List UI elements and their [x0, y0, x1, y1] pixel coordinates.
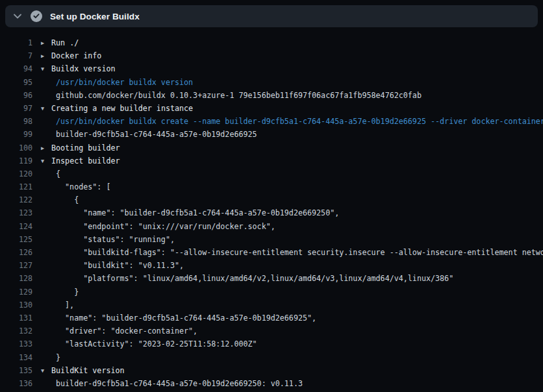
log-text: "buildkit": "v0.11.3",: [51, 261, 184, 270]
line-number[interactable]: 128: [0, 272, 32, 285]
line-number[interactable]: 7: [0, 49, 32, 62]
log-group-line[interactable]: 100 ▶Booting builder: [0, 141, 543, 154]
line-number[interactable]: 134: [0, 351, 32, 364]
log-text: Run ./: [51, 38, 79, 47]
line-number[interactable]: 98: [0, 115, 32, 128]
log-group-line[interactable]: 135 ▼BuildKit version: [0, 364, 543, 377]
line-number[interactable]: 122: [0, 193, 32, 206]
triangle-down-icon: ▼: [41, 364, 51, 377]
log-line-body: }: [32, 351, 60, 364]
triangle-right-icon: ▶: [41, 36, 51, 49]
line-number[interactable]: 135: [0, 364, 32, 377]
log-line-body: ▼Creating a new builder instance: [32, 102, 193, 115]
log-text: "status": "running",: [51, 235, 175, 244]
log-line-body: "nodes": [: [32, 180, 110, 193]
log-text: Docker info: [51, 51, 101, 60]
log-line: 134 }: [0, 351, 543, 364]
log-line: 128 "platforms": "linux/amd64,linux/amd6…: [0, 272, 543, 285]
line-number[interactable]: 130: [0, 299, 32, 312]
log-line-body: "status": "running",: [32, 233, 175, 246]
log-line-body: "driver": "docker-container",: [32, 325, 197, 337]
log-text: {: [51, 169, 60, 178]
log-text: builder-d9cfb5a1-c764-445a-a57e-0b19d2e6…: [51, 130, 257, 139]
line-number[interactable]: 131: [0, 312, 32, 325]
line-number[interactable]: 94: [0, 62, 32, 75]
triangle-right-icon: ▶: [41, 141, 51, 154]
log-line: 95 /usr/bin/docker buildx version: [0, 76, 543, 89]
line-number[interactable]: 97: [0, 102, 32, 115]
log-line: 99 builder-d9cfb5a1-c764-445a-a57e-0b19d…: [0, 128, 543, 141]
log-line-body: ▼Buildx version: [32, 62, 116, 75]
step-title: Set up Docker Buildx: [50, 12, 140, 21]
log-line: 124 "endpoint": "unix:///var/run/docker.…: [0, 220, 543, 233]
log-line: 120 {: [0, 167, 543, 180]
line-number[interactable]: 1: [0, 36, 32, 49]
log-text: Booting builder: [51, 143, 120, 153]
log-line-body: "name": "builder-d9cfb5a1-c764-445a-a57e…: [32, 312, 316, 325]
chevron-down-icon[interactable]: [13, 14, 22, 19]
line-number[interactable]: 99: [0, 128, 32, 141]
log-text: BuildKit version: [51, 366, 125, 375]
log-text: builder-d9cfb5a1-c764-445a-a57e-0b19d2e6…: [51, 379, 303, 388]
log-line-body: ▶Booting builder: [32, 141, 120, 154]
triangle-right-icon: ▶: [41, 49, 51, 62]
line-number[interactable]: 120: [0, 167, 32, 180]
log-line-body: ▶Run ./: [32, 36, 79, 49]
step-header[interactable]: Set up Docker Buildx: [5, 5, 538, 27]
line-number[interactable]: 124: [0, 220, 32, 233]
log-line-body: /usr/bin/docker buildx version: [32, 76, 193, 89]
log-line: 123 "name": "builder-d9cfb5a1-c764-445a-…: [0, 206, 543, 219]
line-number[interactable]: 126: [0, 246, 32, 259]
log-line-body: github.com/docker/buildx 0.10.3+azure-1 …: [32, 89, 422, 102]
triangle-down-icon: ▼: [41, 102, 51, 115]
log-text: "name": "builder-d9cfb5a1-c764-445a-a57e…: [51, 208, 339, 217]
log-line-body: builder-d9cfb5a1-c764-445a-a57e-0b19d2e6…: [32, 128, 257, 141]
log-text: Buildx version: [51, 64, 116, 73]
log-group-line[interactable]: 1 ▶Run ./: [0, 36, 543, 49]
log-group-line[interactable]: 7 ▶Docker info: [0, 49, 543, 62]
log-text: Creating a new builder instance: [51, 104, 193, 113]
log-line: 136 builder-d9cfb5a1-c764-445a-a57e-0b19…: [0, 377, 543, 390]
line-number[interactable]: 125: [0, 233, 32, 246]
line-number[interactable]: 133: [0, 337, 32, 350]
log-text: "driver": "docker-container",: [51, 326, 197, 336]
log-line-body: ],: [32, 299, 74, 312]
log-text: github.com/docker/buildx 0.10.3+azure-1 …: [51, 91, 422, 100]
log-line-body: "lastActivity": "2023-02-25T11:58:12.000…: [32, 337, 257, 350]
log-text: "buildkitd-flags": "--allow-insecure-ent…: [51, 248, 543, 257]
log-line: 131 "name": "builder-d9cfb5a1-c764-445a-…: [0, 312, 543, 325]
log-text: Inspect builder: [51, 156, 120, 165]
log-text: }: [51, 288, 79, 297]
log-line: 98 /usr/bin/docker buildx create --name …: [0, 115, 543, 128]
log-line-body: "platforms": "linux/amd64,linux/amd64/v2…: [32, 272, 453, 285]
line-number[interactable]: 96: [0, 89, 32, 102]
line-number[interactable]: 136: [0, 377, 32, 390]
line-number[interactable]: 119: [0, 154, 32, 167]
log-group-line[interactable]: 97 ▼Creating a new builder instance: [0, 102, 543, 115]
log-line: 132 "driver": "docker-container",: [0, 325, 543, 337]
log-group-line[interactable]: 94 ▼Buildx version: [0, 62, 543, 75]
log-text: {: [51, 195, 79, 204]
line-number[interactable]: 132: [0, 325, 32, 337]
log-line-body: "buildkitd-flags": "--allow-insecure-ent…: [32, 246, 543, 259]
line-number[interactable]: 129: [0, 286, 32, 299]
log-text: "nodes": [: [51, 182, 110, 191]
line-number[interactable]: 95: [0, 76, 32, 89]
line-number[interactable]: 123: [0, 206, 32, 219]
log-group-line[interactable]: 119 ▼Inspect builder: [0, 154, 543, 167]
log-line-body: {: [32, 167, 60, 180]
actions-log-viewer: Set up Docker Buildx 1 ▶Run ./ 7 ▶Docker…: [0, 0, 543, 392]
log-line-body: ▼BuildKit version: [32, 364, 125, 377]
log-line-body: builder-d9cfb5a1-c764-445a-a57e-0b19d2e6…: [32, 377, 303, 390]
log-line: 122 {: [0, 193, 543, 206]
line-number[interactable]: 100: [0, 141, 32, 154]
log-line: 121 "nodes": [: [0, 180, 543, 193]
log-line: 127 "buildkit": "v0.11.3",: [0, 259, 543, 272]
line-number[interactable]: 121: [0, 180, 32, 193]
log-text: "platforms": "linux/amd64,linux/amd64/v2…: [51, 274, 453, 283]
log-text: "name": "builder-d9cfb5a1-c764-445a-a57e…: [51, 313, 316, 323]
log-line: 130 ],: [0, 299, 543, 312]
line-number[interactable]: 127: [0, 259, 32, 272]
log-text: "endpoint": "unix:///var/run/docker.sock…: [51, 222, 275, 231]
triangle-down-icon: ▼: [41, 62, 51, 75]
